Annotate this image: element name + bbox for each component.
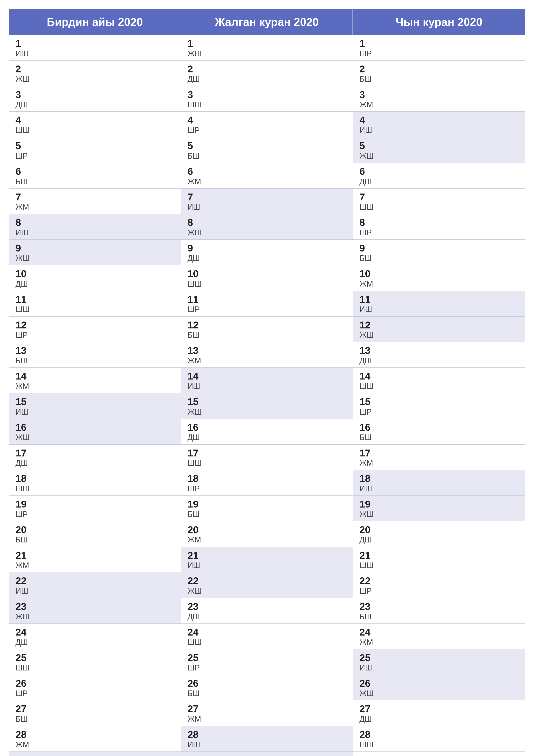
day-cell: 24ДШ xyxy=(9,624,181,649)
day-number: 19 xyxy=(15,499,174,510)
day-cell: 10ДШ xyxy=(9,265,181,291)
day-cell: 16БШ xyxy=(353,419,525,445)
day-number: 5 xyxy=(188,140,346,151)
day-number: 17 xyxy=(188,447,346,459)
day-number: 15 xyxy=(188,396,346,407)
month-title-3: Чын куран 2020 xyxy=(395,16,482,28)
day-cell: 29ЖШ xyxy=(181,752,353,756)
day-cell: 26БШ xyxy=(181,675,353,701)
month-header-2: Жалган куран 2020 xyxy=(181,9,353,35)
day-number: 4 xyxy=(188,115,346,126)
day-label: ШШ xyxy=(188,458,346,468)
day-number: 12 xyxy=(359,320,519,331)
day-cell: 11ИШ xyxy=(353,291,525,316)
day-label: ИШ xyxy=(188,740,346,749)
day-number: 27 xyxy=(188,703,346,715)
day-number: 24 xyxy=(15,627,174,638)
day-label: ИШ xyxy=(188,382,346,391)
day-label: ЖШ xyxy=(359,510,519,519)
day-cell: 8ИШ xyxy=(9,214,181,240)
day-cell: 2БШ xyxy=(353,61,525,86)
day-cell: 13БШ xyxy=(9,342,181,368)
day-number: 28 xyxy=(359,729,519,740)
day-number: 24 xyxy=(188,627,346,638)
day-label: ЖШ xyxy=(188,228,346,237)
day-cell: 8ЖШ xyxy=(181,214,353,240)
day-number: 10 xyxy=(188,268,346,279)
day-cell: 28ИШ xyxy=(181,726,353,752)
day-label: ШШ xyxy=(359,202,519,212)
day-cell: 15ИШ xyxy=(9,393,181,419)
day-label: ШШ xyxy=(15,126,174,135)
day-number: 18 xyxy=(359,473,519,484)
day-label: БШ xyxy=(359,433,519,442)
day-label: ЖМ xyxy=(188,356,346,365)
month-header-1: Бирдин айы 2020 xyxy=(9,9,181,35)
day-label: ЖМ xyxy=(15,202,174,212)
month-title-1: Бирдин айы 2020 xyxy=(47,16,143,28)
day-number: 15 xyxy=(359,396,519,407)
day-cell: 17ШШ xyxy=(181,445,353,470)
day-number: 3 xyxy=(359,89,519,100)
day-number: 29 xyxy=(188,755,346,756)
day-cell: 15ЖШ xyxy=(181,393,353,419)
day-cell: 25ИШ xyxy=(353,649,525,675)
day-number: 10 xyxy=(15,268,174,279)
day-label: ИШ xyxy=(188,202,346,212)
day-label: БШ xyxy=(188,330,346,339)
day-label: ШШ xyxy=(359,740,519,749)
day-number: 8 xyxy=(15,217,174,228)
day-number: 13 xyxy=(15,345,174,356)
day-number: 8 xyxy=(188,217,346,228)
day-number: 20 xyxy=(359,524,519,535)
day-cell: 6БШ xyxy=(9,163,181,189)
day-label: ШШ xyxy=(188,279,346,288)
day-number: 4 xyxy=(359,115,519,126)
day-cell: 7ИШ xyxy=(181,189,353,214)
day-number: 20 xyxy=(188,524,346,535)
day-label: ДШ xyxy=(15,638,174,647)
day-cell: 29ШР xyxy=(353,752,525,756)
day-cell: 27БШ xyxy=(9,700,181,726)
day-number: 14 xyxy=(15,371,174,382)
day-number: 1 xyxy=(359,38,519,49)
day-label: ШР xyxy=(188,663,346,672)
day-label: ДШ xyxy=(188,433,346,442)
day-cell: 22ИШ xyxy=(9,572,181,598)
day-number: 12 xyxy=(188,320,346,331)
day-label: ЖМ xyxy=(15,561,174,570)
day-number: 18 xyxy=(15,473,174,484)
day-cell: 18ШШ xyxy=(9,470,181,496)
day-number: 19 xyxy=(359,499,519,510)
day-cell: 19БШ xyxy=(181,496,353,521)
day-label: ШР xyxy=(188,484,346,493)
day-label: ЖШ xyxy=(15,74,174,84)
day-cell: 24ШШ xyxy=(181,624,353,649)
day-cell: 26ШР xyxy=(9,675,181,701)
day-number: 7 xyxy=(359,192,519,202)
day-label: ДШ xyxy=(359,356,519,365)
day-cell: 12ШР xyxy=(9,316,181,342)
day-label: ШР xyxy=(359,407,519,417)
day-cell: 14ШШ xyxy=(353,368,525,393)
day-label: ЖШ xyxy=(359,330,519,339)
day-number: 2 xyxy=(359,64,519,74)
day-cell: 4ИШ xyxy=(353,112,525,137)
day-number: 14 xyxy=(359,371,519,382)
day-number: 19 xyxy=(188,499,346,510)
month-header-3: Чын куран 2020 xyxy=(353,9,525,35)
day-label: БШ xyxy=(188,151,346,161)
day-number: 17 xyxy=(15,447,174,459)
day-label: БШ xyxy=(188,510,346,519)
day-number: 22 xyxy=(15,576,174,586)
day-label: ДШ xyxy=(359,535,519,544)
day-number: 7 xyxy=(188,192,346,202)
header-row: Бирдин айы 2020 Жалган куран 2020 Чын ку… xyxy=(9,9,525,35)
day-label: ИШ xyxy=(15,407,174,417)
day-number: 5 xyxy=(359,140,519,151)
day-number: 13 xyxy=(359,345,519,356)
day-cell: 4ШШ xyxy=(9,112,181,137)
day-cell: 23ЖШ xyxy=(9,598,181,624)
day-number: 25 xyxy=(359,652,519,663)
day-number: 29 xyxy=(15,755,174,756)
